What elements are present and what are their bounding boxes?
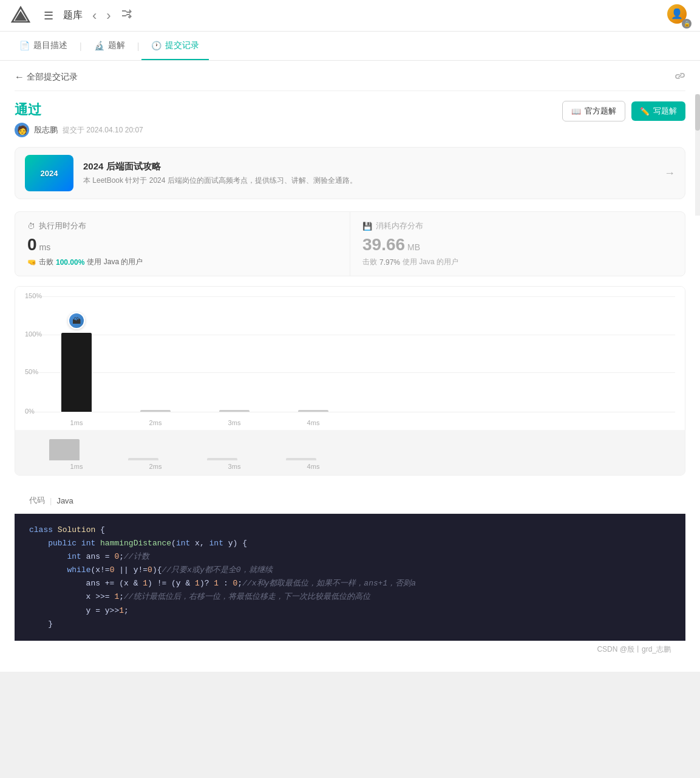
chart-bars-area: 🏔 (49, 296, 675, 412)
mini-x-labels: 1ms 2ms 3ms 4ms (25, 460, 675, 470)
back-button[interactable]: ← 全部提交记录 (15, 72, 78, 83)
status-pass: 通过 (15, 101, 143, 119)
submission-header: 通过 🧑 殷志鹏 提交于 2024.04.10 20:07 📖 官方题解 ✏️ … (15, 101, 685, 137)
description-icon: 📄 (19, 41, 30, 50)
time-beat-suffix: 使用 Java 的用户 (87, 257, 143, 267)
back-arrow-icon: ← (15, 72, 24, 83)
submissions-content: ← 全部提交记录 通过 🧑 殷志鹏 提交于 2024.04.10 20:07 (0, 61, 700, 672)
chart-bar-group-3 (219, 410, 250, 412)
write-solution-label: 写题解 (653, 106, 677, 117)
mem-stat-box: 💾 消耗内存分布 39.66 MB 击败 7.97% 使用 Java 的用户 (350, 212, 685, 276)
chart-container: 150% 100% 50% 0% (15, 286, 685, 476)
mem-beat-suffix: 使用 Java 的用户 (403, 257, 458, 267)
book-title: 2024 后端面试攻略 (83, 161, 664, 172)
mini-bar-3 (207, 458, 237, 460)
book-card[interactable]: 2024 2024 后端面试攻略 本 LeetBook 针对于 2024 后端岗… (15, 147, 685, 199)
time-beat-pct: 100.00% (56, 258, 84, 267)
code-line-3: int ans = 0;//计数 (29, 550, 671, 564)
mini-x-3ms: 3ms (219, 463, 250, 470)
mem-beat-prefix: 击败 (362, 257, 377, 267)
y-label-50: 50% (25, 368, 49, 375)
tab-description-label: 题目描述 (33, 40, 67, 51)
book-open-icon: 📖 (571, 107, 581, 116)
x-label-3ms: 3ms (219, 419, 250, 426)
stats-row: ⏱ 执行用时分布 0 ms 🤜 击败 100.00% 使用 Java 的用户 💾 (15, 211, 685, 276)
chart-bar-group-2 (140, 410, 171, 412)
chart-x-labels: 1ms 2ms 3ms 4ms (49, 419, 675, 426)
tab-submissions[interactable]: 🕐 提交记录 (141, 32, 209, 60)
mini-x-4ms: 4ms (298, 463, 328, 470)
back-label: 全部提交记录 (27, 72, 78, 83)
bar-3 (219, 410, 250, 412)
bar-4 (298, 410, 328, 412)
tab-bar: 📄 题目描述 | 🔬 题解 | 🕐 提交记录 (0, 32, 700, 61)
y-label-150: 150% (25, 292, 49, 299)
chart-bar-group-1: 🏔 (61, 333, 92, 412)
code-line-6: x >>= 1;//统计最低位后，右移一位，将最低位移走，下一次比较最低位的高位 (29, 590, 671, 604)
nav-next-arrow[interactable]: › (106, 8, 110, 24)
scrollbar-track[interactable] (695, 94, 700, 216)
code-line-8: } (29, 618, 671, 631)
mini-x-2ms: 2ms (140, 463, 171, 470)
code-section: 代码 | Java class Solution { public int ha… (15, 488, 685, 662)
code-line-1: class Solution { (29, 524, 671, 537)
solution-icon: 🔬 (94, 41, 104, 50)
mem-stat-title: 消耗内存分布 (376, 220, 423, 231)
y-label-100: 100% (25, 330, 49, 338)
code-header: 代码 | Java (15, 488, 685, 514)
bar-1 (61, 333, 92, 412)
chart-upper: 150% 100% 50% 0% (15, 287, 685, 430)
mini-bar-2 (128, 458, 158, 460)
mini-x-1ms: 1ms (61, 463, 92, 470)
mem-unit: MB (407, 242, 420, 252)
clock-icon: ⏱ (27, 222, 35, 231)
user-avatar-locked[interactable]: 👤 🔒 (667, 4, 690, 27)
code-line-4: while(x!=0 || y!=0){//只要x或y都不是全0，就继续 (29, 564, 671, 577)
mem-value: 39.66 (362, 235, 405, 254)
nav-prev-arrow[interactable]: ‹ (92, 8, 97, 24)
chart-bar-group-4 (298, 410, 328, 412)
tab-solution[interactable]: 🔬 题解 (84, 32, 135, 60)
book-cover: 2024 (25, 155, 73, 191)
official-solution-button[interactable]: 📖 官方题解 (562, 101, 625, 121)
code-label: 代码 (29, 495, 45, 506)
code-line-2: public int hammingDistance(int x, int y)… (29, 537, 671, 550)
back-row: ← 全部提交记录 (15, 70, 685, 91)
x-label-2ms: 2ms (140, 419, 171, 426)
time-beat-prefix: 击败 (39, 257, 53, 267)
submitter-name: 殷志鹏 (34, 125, 58, 135)
mini-bar-4 (286, 458, 316, 460)
submit-time: 提交于 2024.04.10 20:07 (63, 125, 143, 135)
mini-bar-1 (49, 439, 80, 460)
top-nav: ☰ 题库 ‹ › 👤 🔒 (0, 0, 700, 32)
nav-title: 题库 (63, 9, 83, 22)
book-info: 2024 后端面试攻略 本 LeetBook 针对于 2024 后端岗位的面试高… (83, 161, 664, 186)
mini-chart: 1ms 2ms 3ms 4ms (15, 430, 685, 475)
submissions-icon: 🕐 (151, 41, 161, 50)
code-line-7: y = y>>1; (29, 604, 671, 618)
mem-beat-pct: 7.97% (379, 258, 400, 267)
code-block: class Solution { public int hammingDista… (15, 514, 685, 641)
scrollbar-thumb[interactable] (695, 94, 700, 131)
write-solution-button[interactable]: ✏️ 写题解 (631, 101, 685, 121)
x-label-4ms: 4ms (298, 419, 328, 426)
logo[interactable] (10, 5, 32, 27)
nav-list-icon[interactable]: ☰ (44, 9, 53, 22)
official-solution-label: 官方题解 (585, 106, 616, 117)
nav-shuffle-icon[interactable] (121, 9, 133, 22)
tab-submissions-label: 提交记录 (165, 40, 199, 51)
submitter-avatar: 🧑 (15, 123, 29, 137)
time-value: 0 (27, 235, 37, 254)
tab-description[interactable]: 📄 题目描述 (10, 32, 77, 60)
time-unit: ms (39, 242, 50, 252)
code-footer: CSDN @殷丨grd_志鹏 (15, 641, 685, 662)
time-stat-box: ⏱ 执行用时分布 0 ms 🤜 击败 100.00% 使用 Java 的用户 (15, 212, 350, 276)
edit-icon: ✏️ (640, 107, 650, 116)
link-icon[interactable] (675, 70, 685, 83)
code-line-5: ans += (x & 1) != (y & 1)? 1 : 0;//x和y都取… (29, 577, 671, 590)
mini-bars-row (25, 436, 675, 460)
x-label-1ms: 1ms (61, 419, 92, 426)
book-arrow-icon: → (664, 167, 675, 180)
bar-avatar: 🏔 (68, 312, 85, 329)
beat-hands-icon: 🤜 (27, 258, 36, 267)
